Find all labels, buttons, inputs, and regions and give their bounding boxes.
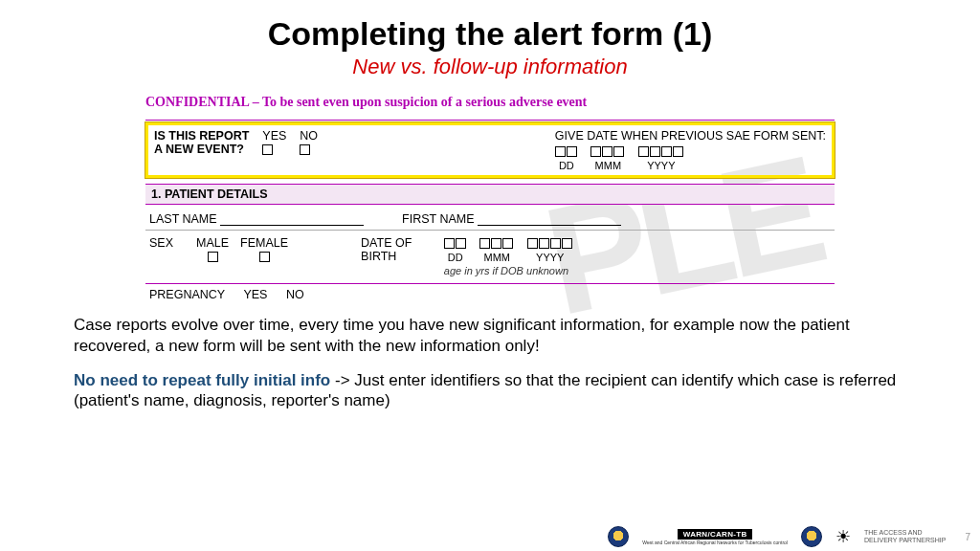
first-name-label: FIRST NAME bbox=[402, 212, 474, 226]
date-box[interactable] bbox=[567, 146, 577, 157]
date-box[interactable] bbox=[613, 146, 624, 157]
checkbox-female[interactable] bbox=[259, 252, 270, 262]
new-event-label-1: IS THIS REPORT bbox=[154, 129, 249, 143]
sun-icon: ☀ bbox=[835, 528, 851, 545]
slide-title: Completing the alert form (1) bbox=[0, 15, 980, 53]
checkbox-yes[interactable] bbox=[262, 144, 273, 155]
seal-icon bbox=[608, 526, 629, 547]
yyyy-label: YYYY bbox=[638, 160, 684, 171]
dob-mmm: MMM bbox=[479, 252, 514, 263]
no-label: NO bbox=[300, 129, 318, 143]
male-label: MALE bbox=[196, 236, 229, 250]
date-box[interactable] bbox=[673, 146, 683, 157]
confidential-banner: CONFIDENTIAL – To be sent even upon susp… bbox=[145, 95, 835, 110]
checkbox-male[interactable] bbox=[208, 252, 218, 262]
dd-label: DD bbox=[555, 160, 578, 171]
partner-line-1: THE ACCESS AND bbox=[864, 529, 946, 537]
new-event-highlight: IS THIS REPORT A NEW EVENT? YES NO GIVE … bbox=[145, 122, 835, 178]
date-box[interactable] bbox=[661, 146, 672, 157]
female-label: FEMALE bbox=[240, 236, 288, 250]
form-sample: PLE CONFIDENTIAL – To be sent even upon … bbox=[145, 95, 835, 305]
date-box[interactable] bbox=[502, 238, 513, 249]
seal-icon bbox=[801, 526, 822, 547]
date-box[interactable] bbox=[456, 238, 466, 249]
date-box[interactable] bbox=[555, 146, 566, 157]
age-hint: age in yrs if DOB unknown bbox=[444, 265, 583, 276]
warn-logo-label: WARN/CARN-TB bbox=[678, 529, 753, 540]
date-box[interactable] bbox=[527, 238, 538, 249]
date-box[interactable] bbox=[550, 238, 561, 249]
paragraph-2: No need to repeat fully initial info -> … bbox=[74, 370, 906, 412]
slide-subtitle: New vs. follow-up information bbox=[0, 55, 980, 79]
info-lead: No need to repeat fully initial info bbox=[74, 371, 330, 389]
prev-date-label: GIVE DATE WHEN PREVIOUS SAE FORM SENT: bbox=[555, 129, 826, 143]
mmm-label: MMM bbox=[590, 160, 625, 171]
date-box[interactable] bbox=[491, 238, 501, 249]
date-box[interactable] bbox=[602, 146, 612, 157]
dob-label-2: BIRTH bbox=[361, 250, 396, 263]
date-box[interactable] bbox=[539, 238, 549, 249]
page-number: 7 bbox=[965, 532, 970, 542]
warn-logo-sub: West and Central African Regional Networ… bbox=[642, 540, 788, 545]
yes-label: YES bbox=[262, 129, 286, 143]
date-box[interactable] bbox=[479, 238, 490, 249]
sex-label: SEX bbox=[149, 236, 173, 250]
date-box[interactable] bbox=[444, 238, 455, 249]
date-box[interactable] bbox=[650, 146, 660, 157]
date-box[interactable] bbox=[562, 238, 572, 249]
preg-no: NO bbox=[286, 288, 304, 301]
checkbox-no[interactable] bbox=[300, 144, 310, 155]
preg-yes: YES bbox=[243, 288, 267, 301]
section-patient-details: 1. PATIENT DETAILS bbox=[145, 184, 835, 205]
explanatory-text: Case reports evolve over time, every tim… bbox=[74, 315, 906, 411]
partner-line-2: DELIVERY PARTNERSHIP bbox=[864, 537, 946, 544]
last-name-field[interactable] bbox=[220, 214, 364, 226]
dob-yyyy: YYYY bbox=[527, 252, 573, 263]
paragraph-1: Case reports evolve over time, every tim… bbox=[74, 315, 906, 357]
date-box[interactable] bbox=[590, 146, 601, 157]
pregnancy-label: PREGNANCY bbox=[149, 288, 225, 301]
new-event-label-2: A NEW EVENT? bbox=[154, 143, 249, 156]
date-box[interactable] bbox=[638, 146, 649, 157]
dob-label-1: DATE OF bbox=[361, 236, 412, 250]
footer: WARN/CARN-TB West and Central African Re… bbox=[608, 526, 970, 547]
first-name-field[interactable] bbox=[478, 214, 621, 226]
dob-dd: DD bbox=[444, 252, 467, 263]
divider bbox=[145, 120, 835, 121]
last-name-label: LAST NAME bbox=[149, 212, 217, 226]
